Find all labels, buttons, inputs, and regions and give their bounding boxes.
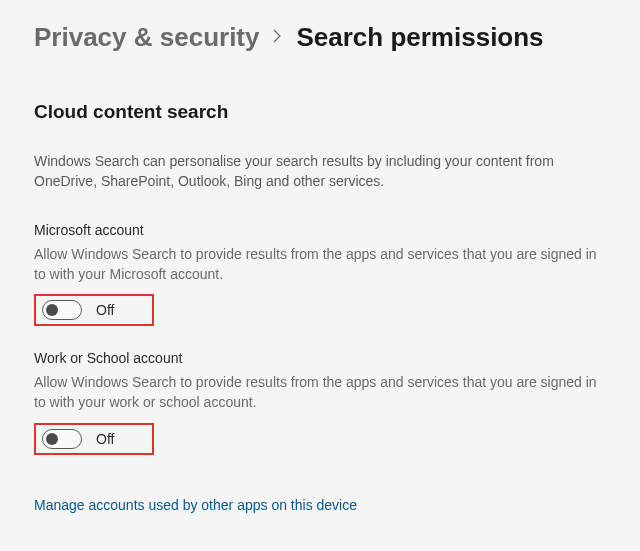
breadcrumb-parent[interactable]: Privacy & security — [34, 22, 259, 53]
toggle-work-school-account[interactable] — [42, 429, 82, 449]
toggle-knob — [46, 304, 58, 316]
setting-work-school-account: Work or School account Allow Windows Sea… — [34, 350, 606, 455]
setting-microsoft-account: Microsoft account Allow Windows Search t… — [34, 222, 606, 327]
highlight-box: Off — [34, 294, 154, 326]
section-title: Cloud content search — [34, 101, 606, 123]
manage-accounts-link[interactable]: Manage accounts used by other apps on th… — [34, 497, 357, 513]
toggle-row: Off — [42, 429, 114, 449]
setting-description: Allow Windows Search to provide results … — [34, 244, 604, 285]
setting-description: Allow Windows Search to provide results … — [34, 372, 604, 413]
breadcrumb: Privacy & security Search permissions — [34, 22, 606, 53]
toggle-microsoft-account[interactable] — [42, 300, 82, 320]
highlight-box: Off — [34, 423, 154, 455]
section-description: Windows Search can personalise your sear… — [34, 151, 604, 192]
chevron-right-icon — [273, 27, 282, 48]
toggle-state-label: Off — [96, 431, 114, 447]
breadcrumb-current: Search permissions — [296, 22, 543, 53]
toggle-knob — [46, 433, 58, 445]
toggle-row: Off — [42, 300, 114, 320]
setting-title: Work or School account — [34, 350, 606, 366]
toggle-state-label: Off — [96, 302, 114, 318]
setting-title: Microsoft account — [34, 222, 606, 238]
